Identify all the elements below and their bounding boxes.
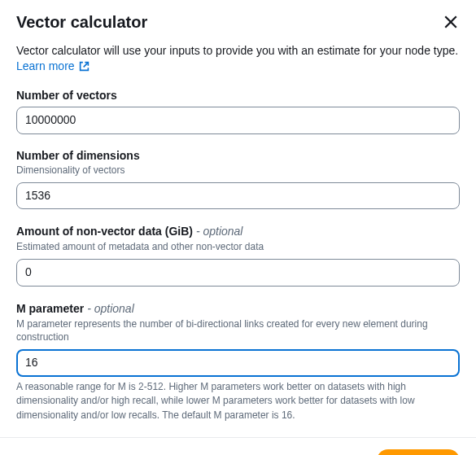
modal-description: Vector calculator will use your inputs t…	[16, 44, 458, 57]
modal-header: Vector calculator	[16, 13, 460, 34]
dimensions-hint: Dimensionality of vectors	[16, 164, 460, 177]
vectors-input[interactable]	[16, 107, 460, 134]
external-link-icon	[79, 61, 90, 74]
nonvector-label: Amount of non-vector data (GiB)	[16, 225, 193, 238]
field-non-vector-data: Amount of non-vector data (GiB) - option…	[16, 224, 460, 286]
vectors-label: Number of vectors	[16, 89, 460, 102]
learn-more-text: Learn more	[16, 59, 75, 72]
mparam-label-row: M parameter - optional	[16, 301, 460, 316]
nonvector-hint: Estimated amount of metadata and other n…	[16, 240, 460, 254]
mparam-input[interactable]	[16, 349, 460, 377]
mparam-hint: M parameter represents the number of bi-…	[16, 317, 460, 345]
vector-calculator-modal: Vector calculator Vector calculator will…	[0, 0, 476, 422]
cancel-button[interactable]: Cancel	[299, 449, 369, 455]
modal-description-row: Vector calculator will use your inputs t…	[16, 42, 460, 74]
field-number-of-vectors: Number of vectors	[16, 89, 460, 134]
field-number-of-dimensions: Number of dimensions Dimensionality of v…	[16, 149, 460, 209]
dimensions-input[interactable]	[16, 182, 460, 210]
calculate-button[interactable]: Calculate	[377, 449, 460, 455]
field-m-parameter: M parameter - optional M parameter repre…	[16, 301, 460, 422]
dimensions-label: Number of dimensions	[16, 149, 460, 162]
mparam-label: M parameter	[16, 302, 84, 315]
modal-title: Vector calculator	[16, 13, 147, 32]
close-icon[interactable]	[442, 13, 460, 34]
nonvector-label-row: Amount of non-vector data (GiB) - option…	[16, 224, 460, 238]
mparam-optional: - optional	[84, 302, 133, 315]
svg-line-2	[84, 63, 89, 68]
learn-more-link[interactable]: Learn more	[16, 59, 90, 72]
nonvector-optional: - optional	[193, 225, 242, 238]
nonvector-input[interactable]	[16, 259, 460, 287]
mparam-help: A reasonable range for M is 2-512. Highe…	[16, 380, 460, 422]
modal-footer: Cancel Calculate	[0, 438, 476, 455]
